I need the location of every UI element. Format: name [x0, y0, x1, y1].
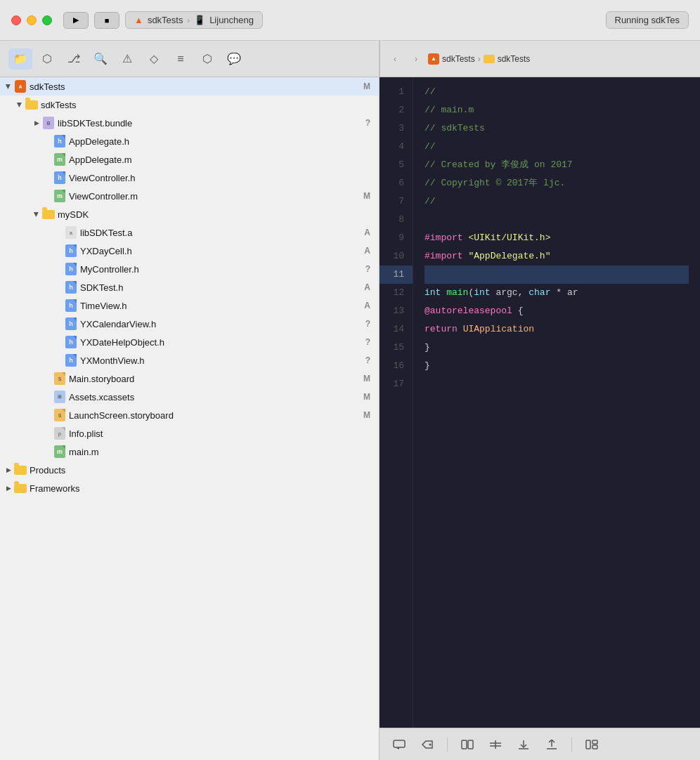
- sidebar-badge: ?: [365, 337, 370, 347]
- split-btn[interactable]: [456, 735, 479, 754]
- layout-btn[interactable]: [581, 735, 603, 754]
- sidebar-item-YXDateHelpObject-h[interactable]: h YXDateHelpObject.h ?: [0, 333, 379, 351]
- sidebar-item-YXCalendarView-h[interactable]: h YXCalendarView.h ?: [0, 315, 379, 333]
- sidebar-item-label: SDKTest.h: [80, 282, 364, 293]
- sidebar-item-ViewController-h[interactable]: h ViewController.h: [0, 169, 379, 187]
- code-editor[interactable]: 1 2 3 4 5 6 7 8 9 10 11 12 13 14 15 16 1: [380, 77, 700, 760]
- navigator-inspect-icon[interactable]: ⬡: [35, 48, 59, 70]
- minimize-button[interactable]: [27, 15, 37, 25]
- sidebar-item-sdkTests-root[interactable]: ▶ A sdkTests M: [0, 77, 379, 96]
- assets-icon: ⊞: [53, 392, 66, 402]
- bottom-divider-2: [571, 738, 572, 752]
- line-num-4: 4: [380, 138, 413, 156]
- close-button[interactable]: [11, 15, 21, 25]
- line-num-11: 11: [380, 266, 413, 284]
- sidebar-item-YXMonthView-h[interactable]: h YXMonthView.h ?: [0, 351, 379, 369]
- navigator-tag-icon[interactable]: ⬡: [195, 48, 219, 70]
- navigator-folder-icon[interactable]: 📁: [8, 48, 32, 70]
- label-btn[interactable]: [416, 735, 439, 754]
- file-navigator[interactable]: ▶ A sdkTests M ▶ sdkTests ▶ B libSDKTest…: [0, 77, 380, 760]
- sidebar-item-Products[interactable]: ▶ Products: [0, 461, 379, 479]
- bundle-icon: B: [42, 118, 55, 128]
- sidebar-item-Assets-xcassets[interactable]: ⊞ Assets.xcassets M: [0, 388, 379, 406]
- sidebar-item-libSDKTest-bundle[interactable]: ▶ B libSDKTest.bundle ?: [0, 114, 379, 132]
- sidebar-item-label: ViewController.m: [69, 191, 363, 202]
- sidebar-item-MyController-h[interactable]: h MyController.h ?: [0, 260, 379, 278]
- navigator-bookmark-icon[interactable]: ◇: [142, 48, 166, 70]
- expand-arrow: ▶: [3, 483, 14, 494]
- svg-rect-2: [462, 740, 467, 749]
- project-icon: ▲: [428, 53, 439, 65]
- sidebar-badge: A: [364, 301, 370, 310]
- sidebar-badge: ?: [365, 355, 370, 365]
- expand-arrow: ▶: [14, 99, 25, 110]
- navigator-hierarchy-icon[interactable]: ⎇: [62, 48, 86, 70]
- left-toolbar: 📁 ⬡ ⎇ 🔍 ⚠ ◇ ≡ ⬡ 💬: [0, 41, 380, 77]
- breadcrumb-project[interactable]: sdkTests: [442, 54, 475, 64]
- forward-button[interactable]: ›: [407, 51, 425, 67]
- code-line-7: //: [424, 192, 689, 211]
- sidebar-item-YXDayCell-h[interactable]: h YXDayCell.h A: [0, 242, 379, 260]
- code-lines[interactable]: // // main.m // sdkTests // // Created b…: [413, 77, 700, 728]
- breadcrumb-file[interactable]: sdkTests: [498, 54, 531, 64]
- h-file-icon: h: [53, 173, 66, 183]
- back-button[interactable]: ‹: [386, 51, 404, 67]
- scheme-chevron: ›: [187, 16, 190, 25]
- download-btn[interactable]: [512, 735, 535, 754]
- sidebar-item-mySDK[interactable]: ▶ mySDK: [0, 205, 379, 223]
- breadcrumb: ▲ sdkTests › sdkTests: [428, 53, 530, 65]
- folder-icon: [14, 483, 27, 493]
- line-num-3: 3: [380, 119, 413, 138]
- sidebar-item-Frameworks[interactable]: ▶ Frameworks: [0, 479, 379, 497]
- traffic-lights: [11, 15, 52, 25]
- stop-button[interactable]: ■: [94, 12, 119, 29]
- sidebar-badge: ?: [365, 264, 370, 274]
- sidebar-item-Info-plist[interactable]: p Info.plist: [0, 424, 379, 443]
- sidebar-item-Main-storyboard[interactable]: S Main.storyboard M: [0, 369, 379, 388]
- sidebar-item-label: main.m: [69, 447, 379, 457]
- upload-btn[interactable]: [540, 735, 563, 754]
- navigator-search-icon[interactable]: 🔍: [89, 48, 112, 70]
- sidebar-item-label: Products: [30, 465, 379, 476]
- expand-arrow: ▶: [31, 209, 42, 220]
- sidebar-item-LaunchScreen-storyboard[interactable]: S LaunchScreen.storyboard M: [0, 406, 379, 424]
- sidebar-item-sdkTests-group[interactable]: ▶ sdkTests: [0, 96, 379, 114]
- align-btn[interactable]: [484, 735, 507, 754]
- svg-rect-3: [468, 740, 473, 749]
- message-btn[interactable]: [388, 735, 410, 754]
- line-num-14: 14: [380, 320, 413, 339]
- sidebar-item-main-m[interactable]: m main.m: [0, 443, 379, 461]
- sidebar-item-label: YXDayCell.h: [80, 246, 364, 256]
- line-num-13: 13: [380, 302, 413, 320]
- navigator-list-icon[interactable]: ≡: [169, 48, 193, 70]
- code-line-14: return UIApplication: [424, 320, 689, 339]
- bottom-divider-1: [447, 738, 448, 752]
- line-num-8: 8: [380, 211, 413, 229]
- sidebar-badge: ?: [365, 319, 370, 329]
- sidebar-item-label: ViewController.h: [69, 173, 379, 183]
- sidebar-item-SDKTest-h[interactable]: h SDKTest.h A: [0, 278, 379, 296]
- a-file-icon: a: [65, 228, 77, 237]
- scheme-selector[interactable]: ▲ sdkTests › 📱 Lijuncheng: [125, 11, 263, 29]
- storyboard-icon: S: [53, 410, 66, 420]
- line-num-9: 9: [380, 229, 413, 247]
- sidebar-item-AppDelegate-m[interactable]: m AppDelegate.m: [0, 150, 379, 169]
- editor-toolbar: ‹ › ▲ sdkTests › sdkTests: [380, 41, 700, 77]
- expand-arrow: ▶: [3, 81, 14, 92]
- code-line-5: // Created by 李俊成 on 2017: [424, 156, 689, 174]
- line-num-10: 10: [380, 247, 413, 266]
- sidebar-item-ViewController-m[interactable]: m ViewController.m M: [0, 187, 379, 205]
- sidebar-item-AppDelegate-h[interactable]: h AppDelegate.h: [0, 132, 379, 150]
- navigator-warn-icon[interactable]: ⚠: [115, 48, 139, 70]
- storyboard-icon: S: [53, 374, 66, 384]
- navigator-chat-icon[interactable]: 💬: [222, 48, 246, 70]
- fullscreen-button[interactable]: [42, 15, 52, 25]
- code-line-10: #import "AppDelegate.h": [424, 247, 689, 266]
- sidebar-item-label: libSDKTest.bundle: [58, 118, 365, 129]
- sidebar-item-TimeView-h[interactable]: h TimeView.h A: [0, 296, 379, 315]
- h-file-icon: h: [65, 337, 77, 347]
- play-button[interactable]: ▶: [63, 12, 89, 29]
- code-line-1: //: [424, 83, 689, 101]
- sidebar-item-libSDKTest-a[interactable]: a libSDKTest.a A: [0, 223, 379, 242]
- device-icon: 📱: [194, 15, 205, 25]
